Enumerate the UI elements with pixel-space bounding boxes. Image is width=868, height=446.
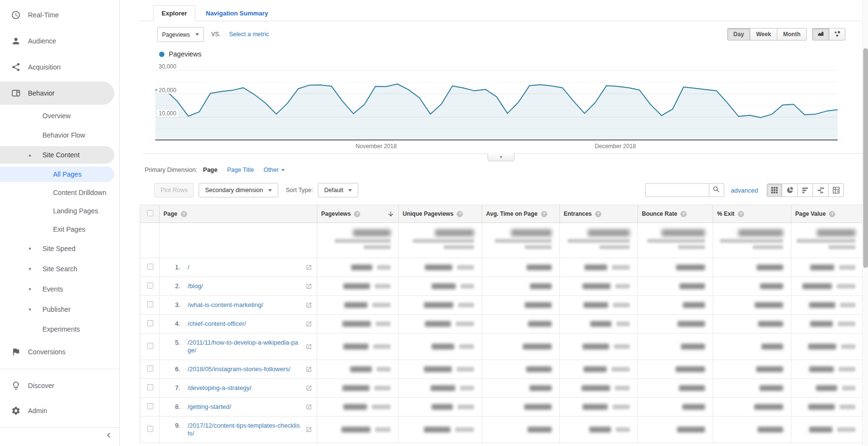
advanced-search-link[interactable]: advanced xyxy=(731,187,758,194)
scrollbar-thumb[interactable] xyxy=(863,48,868,268)
row-checkbox[interactable] xyxy=(147,264,153,270)
redacted-value xyxy=(528,321,552,327)
sidebar-item-content-drilldown[interactable]: Content Drilldown xyxy=(0,183,119,202)
column-header-page-value[interactable]: Page Value? xyxy=(791,205,864,223)
page-link[interactable]: /2017/12/content-tips-templates-checklis… xyxy=(188,422,301,437)
page-link[interactable]: /getting-started/ xyxy=(188,403,231,411)
row-checkbox[interactable] xyxy=(147,320,153,326)
tab-explorer[interactable]: Explorer xyxy=(153,5,195,21)
row-checkbox[interactable] xyxy=(147,343,153,349)
sidebar-divider xyxy=(0,427,119,428)
column-header-pageviews[interactable]: Pageviews? xyxy=(317,205,399,223)
sidebar-item-events[interactable]: ▼Events xyxy=(0,279,119,299)
redacted-percentage xyxy=(376,321,391,326)
sidebar-item-acquisition[interactable]: Acquisition xyxy=(0,54,119,80)
help-icon[interactable]: ? xyxy=(354,211,360,217)
sidebar-item-site-speed[interactable]: ▼Site Speed xyxy=(0,238,119,259)
column-header-exit[interactable]: % Exit? xyxy=(713,205,791,223)
primary-dimension-page[interactable]: Page xyxy=(203,167,217,173)
sidebar-item-site-content[interactable]: ▲Site Content xyxy=(0,145,119,165)
comparison-view-button[interactable] xyxy=(813,183,828,197)
open-in-new-icon[interactable] xyxy=(306,302,312,308)
row-rank: 7. xyxy=(175,384,185,392)
open-in-new-icon[interactable] xyxy=(306,366,312,373)
open-in-new-icon[interactable] xyxy=(306,427,312,433)
data-table-view-button[interactable] xyxy=(767,183,782,197)
search-input[interactable] xyxy=(645,183,709,197)
plot-rows-button[interactable]: Plot Rows xyxy=(154,183,194,197)
line-chart-button[interactable] xyxy=(812,28,829,41)
page-link[interactable]: / xyxy=(188,264,190,271)
help-icon[interactable]: ? xyxy=(738,211,744,217)
open-in-new-icon[interactable] xyxy=(306,344,312,350)
help-icon[interactable]: ? xyxy=(457,211,463,217)
metric-select-dropdown[interactable]: Pageviews xyxy=(157,27,204,42)
motion-chart-button[interactable] xyxy=(829,28,845,41)
redacted-total-detail xyxy=(647,239,705,243)
sidebar-item-site-search[interactable]: ▼Site Search xyxy=(0,259,119,279)
help-icon[interactable]: ? xyxy=(595,211,601,217)
sidebar-item-conversions[interactable]: Conversions xyxy=(0,339,119,365)
page-link[interactable]: /blog/ xyxy=(188,282,203,290)
day-button[interactable]: Day xyxy=(727,28,750,41)
open-in-new-icon[interactable] xyxy=(306,404,312,410)
page-link[interactable]: /developing-a-strategy/ xyxy=(188,384,251,392)
row-checkbox[interactable] xyxy=(147,365,153,372)
chart-mode-button-group xyxy=(812,28,845,41)
secondary-dimension-dropdown[interactable]: Secondary dimension xyxy=(199,183,278,197)
sidebar-item-all-pages[interactable]: All Pages xyxy=(0,165,119,183)
sidebar-item-exit-pages[interactable]: Exit Pages xyxy=(0,220,119,238)
sidebar-item-experiments[interactable]: Experiments xyxy=(0,320,119,339)
sort-type-dropdown[interactable]: Default xyxy=(318,183,358,197)
column-header-unique-pageviews[interactable]: Unique Pageviews? xyxy=(399,205,482,223)
sidebar-item-audience[interactable]: Audience xyxy=(0,28,119,54)
page-link[interactable]: /chief-content-officer/ xyxy=(188,320,246,328)
performance-view-button[interactable] xyxy=(798,183,813,197)
row-checkbox[interactable] xyxy=(147,403,153,409)
row-checkbox[interactable] xyxy=(147,426,153,432)
month-button[interactable]: Month xyxy=(777,28,807,41)
sidebar-item-overview[interactable]: Overview xyxy=(0,106,119,125)
sort-desc-arrow-icon xyxy=(387,210,394,219)
redacted-value xyxy=(754,404,783,410)
sidebar-collapse-button[interactable]: ‹ xyxy=(103,428,114,442)
column-header-page[interactable]: Page? xyxy=(160,205,317,223)
help-icon[interactable]: ? xyxy=(541,211,547,217)
pivot-view-button[interactable] xyxy=(828,183,844,197)
sidebar-item-publisher[interactable]: ▼Publisher xyxy=(0,299,119,320)
page-link[interactable]: /2018/05/instagram-stories-followers/ xyxy=(188,365,290,373)
row-checkbox[interactable] xyxy=(147,282,153,289)
row-checkbox[interactable] xyxy=(147,384,153,390)
help-icon[interactable]: ? xyxy=(829,211,835,217)
sidebar-item-landing-pages[interactable]: Landing Pages xyxy=(0,202,119,220)
page-link[interactable]: /2011/11/how-to-develop-a-wikipedia-page… xyxy=(188,339,301,354)
column-header-avg-time-on-page[interactable]: Avg. Time on Page? xyxy=(482,205,560,223)
help-icon[interactable]: ? xyxy=(680,211,687,217)
page-link[interactable]: /what-is-content-marketing/ xyxy=(188,301,263,309)
primary-dimension-other[interactable]: Other xyxy=(264,167,285,173)
sidebar-item-admin[interactable]: Admin xyxy=(0,398,119,423)
column-header-entrances[interactable]: Entrances? xyxy=(560,205,638,223)
open-in-new-icon[interactable] xyxy=(306,385,312,391)
sidebar-item-real-time[interactable]: Real-Time xyxy=(0,2,119,28)
column-header-bounce-rate[interactable]: Bounce Rate? xyxy=(638,205,713,223)
sidebar-item-discover[interactable]: Discover xyxy=(0,373,119,398)
search-button[interactable] xyxy=(709,183,724,197)
primary-dimension-page-title[interactable]: Page Title xyxy=(227,167,254,173)
select-all-checkbox[interactable] xyxy=(147,210,153,216)
sidebar-item-behavior[interactable]: Behavior xyxy=(0,80,119,106)
chart-collapse-handle[interactable]: ▼ xyxy=(488,153,515,161)
row-checkbox[interactable] xyxy=(147,301,153,307)
open-in-new-icon[interactable] xyxy=(306,283,312,290)
tab-navigation-summary[interactable]: Navigation Summary xyxy=(198,6,276,21)
week-button[interactable]: Week xyxy=(750,28,777,41)
percentage-view-button[interactable] xyxy=(782,183,798,197)
open-in-new-icon[interactable] xyxy=(306,321,312,327)
redacted-total-detail xyxy=(495,239,552,243)
help-icon[interactable]: ? xyxy=(181,211,187,217)
sidebar-item-behavior-flow[interactable]: Behavior Flow xyxy=(0,125,119,145)
select-a-metric-link[interactable]: Select a metric xyxy=(229,31,269,38)
open-in-new-icon[interactable] xyxy=(306,265,312,271)
redacted-total-value xyxy=(353,229,391,237)
redacted-total-detail xyxy=(753,245,783,249)
